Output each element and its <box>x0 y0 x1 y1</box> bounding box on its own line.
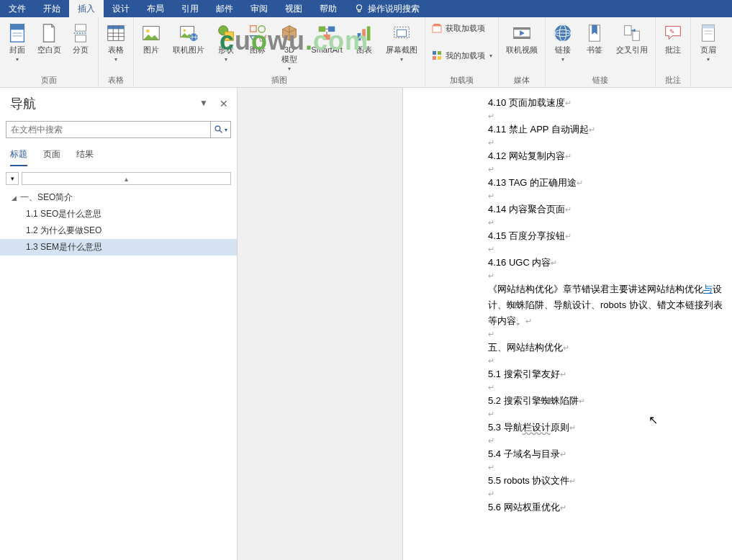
nav-search-input[interactable] <box>6 122 210 137</box>
group-comments: ✎ 批注 批注 <box>656 17 691 87</box>
get-addins-button[interactable]: 获取加载项 <box>428 21 495 35</box>
doc-heading: 4.11 禁止 APP 自动调起↵ <box>488 122 723 137</box>
tab-references[interactable]: 引用 <box>173 0 207 17</box>
shapes-icon <box>215 22 237 44</box>
online-video-button[interactable]: 联机视频 <box>502 19 542 55</box>
group-addins: 获取加载项 我的加载项 ▾ 加载项 <box>425 17 499 87</box>
nav-search-box: ▾ <box>6 121 231 138</box>
svg-rect-45 <box>625 26 631 35</box>
svg-rect-6 <box>76 24 86 31</box>
doc-heading: 4.15 百度分享按钮↵ <box>488 228 723 244</box>
picture-button[interactable]: 图片 <box>137 19 166 55</box>
header-button[interactable]: 页眉▾ <box>694 19 723 63</box>
doc-heading: 5.4 子域名与目录↵ <box>488 446 723 462</box>
tree-item[interactable]: 1.3 SEM是什么意思 <box>0 239 237 256</box>
svg-rect-21 <box>225 32 233 40</box>
nav-tree: ◢一、SEO简介 1.1 SEO是什么意思 1.2 为什么要做SEO 1.3 S… <box>0 188 237 257</box>
tree-item-label: 一、SEO简介 <box>20 191 73 204</box>
page-break-button[interactable]: 分页 <box>66 19 95 55</box>
doc-heading: 4.14 内容聚合页面↵ <box>488 202 723 217</box>
bookmark-label: 书签 <box>587 45 602 55</box>
comment-button[interactable]: ✎ 批注 <box>659 19 687 55</box>
tree-item-label: 1.3 SEM是什么意思 <box>26 241 102 253</box>
tree-item-root[interactable]: ◢一、SEO简介 <box>0 189 237 206</box>
svg-rect-3 <box>11 24 24 30</box>
document-area: 4.10 页面加载速度↵ ↵ 4.11 禁止 APP 自动调起↵ ↵ 4.12 … <box>238 88 732 560</box>
link-button[interactable]: 链接▾ <box>548 19 577 63</box>
svg-point-23 <box>258 26 265 32</box>
document-page[interactable]: 4.10 页面加载速度↵ ↵ 4.11 禁止 APP 自动调起↵ ↵ 4.12 … <box>403 88 732 523</box>
nav-tree-options[interactable]: ▾ <box>6 172 19 185</box>
header-label: 页眉 <box>700 45 716 55</box>
doc-heading: 4.12 网站复制内容↵ <box>488 148 723 164</box>
cover-page-button[interactable]: 封面▾ <box>3 19 32 63</box>
table-button[interactable]: 表格▾ <box>101 19 130 63</box>
video-icon <box>511 22 533 44</box>
3d-model-button[interactable]: 3D 模型▾ <box>275 19 304 72</box>
nav-tab-headings[interactable]: 标题 <box>10 148 27 166</box>
nav-tab-results[interactable]: 结果 <box>76 148 94 166</box>
doc-heading: 5.5 robots 协议文件↵ <box>488 473 723 489</box>
svg-rect-49 <box>702 25 715 29</box>
icons-button[interactable]: 图标 <box>243 19 272 55</box>
tab-mailings[interactable]: 邮件 <box>207 0 242 17</box>
crossref-label: 交叉引用 <box>616 45 648 55</box>
group-links-label: 链接 <box>548 73 652 87</box>
tree-item-label: 1.1 SEO是什么意思 <box>26 208 101 220</box>
crossref-button[interactable]: 交叉引用 <box>612 19 652 55</box>
doc-heading: 4.16 UGC 内容↵ <box>488 255 723 271</box>
svg-text:✎: ✎ <box>669 28 675 35</box>
lightbulb-icon <box>354 4 364 14</box>
nav-search-button[interactable]: ▾ <box>210 122 230 137</box>
group-links: 链接▾ 书签 交叉引用 链接 <box>546 17 656 87</box>
group-addins-label: 加载项 <box>428 73 495 87</box>
tab-insert[interactable]: 插入 <box>69 0 104 17</box>
group-illustrations-label: 插图 <box>137 73 422 87</box>
doc-heading: 五、网站结构优化↵ <box>488 340 723 356</box>
svg-point-16 <box>146 30 150 33</box>
chart-button[interactable]: 图表 <box>350 19 379 55</box>
ribbon: 封面▾ 空白页 分页 页面 表格▾ 表格 图片 <box>0 17 732 88</box>
nav-dropdown-button[interactable]: ▼ <box>199 98 208 109</box>
tab-design[interactable]: 设计 <box>104 0 138 17</box>
svg-rect-28 <box>362 29 366 40</box>
page-break-icon <box>70 22 91 44</box>
svg-rect-29 <box>367 27 371 41</box>
smartart-button[interactable]: SmartArt <box>307 19 347 55</box>
doc-heading: 4.13 TAG 的正确用途↵ <box>488 175 723 191</box>
tab-help[interactable]: 帮助 <box>311 0 345 17</box>
svg-rect-31 <box>397 30 406 36</box>
blank-page-button[interactable]: 空白页 <box>35 19 63 55</box>
shapes-label: 形状 <box>218 45 234 55</box>
svg-rect-35 <box>433 56 436 60</box>
menu-tabbar: 文件 开始 插入 设计 布局 引用 邮件 审阅 视图 帮助 操作说明搜索 <box>0 0 732 17</box>
tab-review[interactable]: 审阅 <box>242 0 276 17</box>
link-label: 链接 <box>555 45 571 55</box>
nav-collapse-all[interactable]: ▴ <box>22 172 231 185</box>
my-addins-button[interactable]: 我的加载项 ▾ <box>428 48 495 63</box>
icons-label: 图标 <box>250 45 266 55</box>
tab-file[interactable]: 文件 <box>0 0 35 17</box>
cover-page-label: 封面 <box>9 45 25 55</box>
navigation-pane: 导航 ▼ ✕ ▾ 标题 页面 结果 ▾ ▴ ◢一、SEO简介 1.1 SEO是什… <box>0 88 238 560</box>
online-picture-label: 联机图片 <box>173 45 204 55</box>
nav-close-button[interactable]: ✕ <box>220 98 228 109</box>
doc-heading: 5.1 搜索引擎友好↵ <box>488 366 723 382</box>
doc-heading: 4.10 页面加载速度↵ <box>488 95 723 111</box>
tree-item-label: 1.2 为什么要做SEO <box>26 225 101 237</box>
shapes-button[interactable]: 形状▾ <box>212 19 240 63</box>
bookmark-button[interactable]: 书签 <box>580 19 609 55</box>
tell-me-search[interactable]: 操作说明搜索 <box>345 0 428 17</box>
addins-icon <box>431 50 443 61</box>
nav-title: 导航 <box>10 95 36 112</box>
tab-view[interactable]: 视图 <box>276 0 311 17</box>
svg-rect-4 <box>12 32 22 34</box>
nav-tab-pages[interactable]: 页面 <box>43 148 60 166</box>
tree-item[interactable]: 1.1 SEO是什么意思 <box>0 206 237 222</box>
tree-item[interactable]: 1.2 为什么要做SEO <box>0 222 237 239</box>
comment-icon: ✎ <box>662 22 684 44</box>
tab-home[interactable]: 开始 <box>35 0 69 17</box>
online-picture-button[interactable]: 联机图片 <box>168 19 209 55</box>
tab-layout[interactable]: 布局 <box>138 0 173 17</box>
screenshot-button[interactable]: 屏幕截图▾ <box>381 19 422 63</box>
